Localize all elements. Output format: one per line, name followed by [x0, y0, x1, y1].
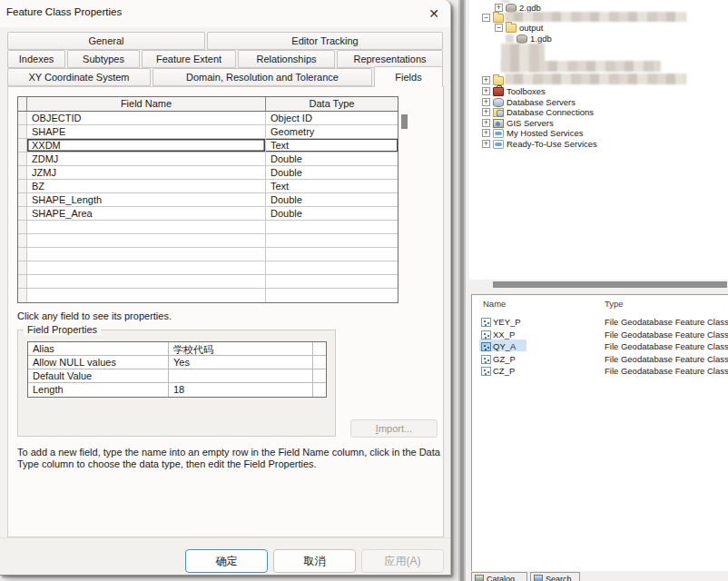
tree-item-1gdb[interactable]: 1.gdb	[506, 34, 552, 44]
property-value[interactable]: 18	[169, 383, 313, 397]
tree-item-toolboxes[interactable]: + Toolboxes	[482, 86, 546, 96]
cancel-button[interactable]: 取消	[273, 549, 356, 573]
tree-item-database-servers[interactable]: + Database Servers	[482, 97, 576, 107]
field-name-cell[interactable]: JZMJ	[27, 166, 266, 179]
field-row-empty[interactable]	[18, 275, 398, 289]
row-selector[interactable]	[18, 125, 27, 138]
geodatabase-icon	[516, 34, 527, 44]
field-name-cell[interactable]: OBJECTID	[27, 112, 266, 124]
field-row-shape-area[interactable]: SHAPE_Area Double	[18, 207, 398, 221]
tab-feature-extent[interactable]: Feature Extent	[142, 50, 236, 68]
list-item-qy-a[interactable]: QY_A File Geodatabase Feature Class	[472, 340, 728, 352]
row-selector[interactable]	[18, 166, 27, 179]
property-extra-cell	[313, 356, 326, 369]
tab-xy-coordinate-system[interactable]: XY Coordinate System	[7, 68, 151, 86]
tab-representations[interactable]: Representations	[337, 50, 443, 68]
field-row-bz[interactable]: BZ Text	[18, 180, 398, 193]
data-type-cell[interactable]: Object ID	[266, 112, 398, 124]
data-type-cell[interactable]: Geometry	[266, 125, 398, 138]
tab-catalog[interactable]: Catalog	[471, 572, 527, 581]
field-row-empty[interactable]	[18, 221, 398, 234]
tree-item-output[interactable]: − output	[495, 23, 543, 33]
tab-relationships[interactable]: Relationships	[238, 50, 335, 68]
panel-splitter[interactable]	[458, 0, 466, 581]
field-name-cell[interactable]: BZ	[27, 180, 266, 192]
tab-subtypes[interactable]: Subtypes	[67, 50, 140, 68]
field-row-empty[interactable]	[18, 289, 398, 302]
data-type-cell[interactable]: Double	[266, 193, 398, 206]
import-button[interactable]: Import...	[350, 419, 438, 438]
field-name-cell[interactable]: ZDMJ	[27, 153, 266, 165]
property-label: Default Value	[28, 369, 169, 382]
data-type-cell[interactable]: Double	[266, 166, 398, 179]
tree-item-ready-to-use-services[interactable]: + Ready-To-Use Services	[482, 139, 597, 149]
scrollbar-thumb[interactable]	[493, 281, 727, 288]
field-row-xxdm-selected[interactable]: XXDM Text	[18, 139, 398, 153]
field-row-shape[interactable]: SHAPE Geometry	[18, 125, 398, 139]
row-selector[interactable]	[18, 153, 27, 165]
property-row-default-value[interactable]: Default Value	[28, 369, 326, 383]
dialog-titlebar: Feature Class Properties ✕	[0, 0, 450, 27]
close-icon[interactable]: ✕	[423, 5, 445, 23]
row-selector[interactable]	[18, 207, 27, 220]
property-value[interactable]: 学校代码	[169, 342, 313, 355]
expand-plus-icon[interactable]: +	[482, 98, 490, 106]
column-header-name[interactable]: Name	[483, 299, 506, 309]
expand-plus-icon[interactable]: +	[482, 108, 490, 116]
field-name-cell[interactable]: SHAPE_Area	[27, 207, 266, 220]
row-selector[interactable]	[18, 112, 27, 124]
list-item-cz-p[interactable]: CZ_P File Geodatabase Feature Class	[472, 365, 728, 377]
row-selector[interactable]	[18, 180, 27, 192]
database-server-icon	[493, 98, 504, 107]
data-type-column-header[interactable]: Data Type	[266, 97, 398, 111]
table-scrollbar-thumb[interactable]	[401, 114, 408, 129]
tab-domain-resolution-tolerance[interactable]: Domain, Resolution and Tolerance	[152, 68, 372, 86]
ok-button[interactable]: 确定	[185, 549, 268, 573]
data-type-cell[interactable]: Double	[266, 207, 398, 220]
tab-search[interactable]: Search	[530, 572, 580, 581]
expand-plus-icon[interactable]: +	[482, 76, 490, 84]
property-row-allow-null[interactable]: Allow NULL values Yes	[28, 356, 326, 369]
row-selector[interactable]	[18, 193, 27, 206]
expand-plus-icon[interactable]: +	[482, 119, 490, 127]
tree-item-gis-servers[interactable]: + GIS Servers	[482, 118, 554, 128]
field-name-column-header[interactable]: Field Name	[27, 97, 266, 111]
tree-item-redacted-folder[interactable]: −	[482, 13, 507, 23]
expand-plus-icon[interactable]: +	[482, 140, 490, 148]
field-row-empty[interactable]	[18, 234, 398, 248]
list-item-yey-p[interactable]: YEY_P File Geodatabase Feature Class	[472, 316, 728, 328]
tab-indexes[interactable]: Indexes	[7, 50, 65, 68]
field-row-empty[interactable]	[18, 261, 398, 275]
expand-plus-icon[interactable]: +	[482, 129, 490, 137]
list-item-gz-p[interactable]: GZ_P File Geodatabase Feature Class	[472, 353, 728, 365]
tab-fields[interactable]: Fields	[374, 66, 443, 87]
property-value[interactable]	[169, 369, 313, 382]
column-header-type[interactable]: Type	[605, 299, 624, 309]
data-type-cell[interactable]: Text	[266, 139, 398, 152]
collapse-minus-icon[interactable]: −	[495, 24, 503, 32]
field-name-cell[interactable]: SHAPE_Length	[27, 193, 266, 206]
data-type-cell[interactable]: Double	[266, 153, 398, 165]
tab-editor-tracking[interactable]: Editor Tracking	[207, 32, 443, 50]
field-row-empty[interactable]	[18, 248, 398, 261]
tree-item-database-connections[interactable]: + Database Connections	[482, 107, 594, 117]
field-name-cell[interactable]: XXDM	[27, 139, 266, 152]
collapse-minus-icon[interactable]: −	[482, 14, 490, 22]
data-type-cell[interactable]: Text	[266, 180, 398, 192]
apply-button[interactable]: 应用(A)	[361, 549, 444, 573]
tree-item-my-hosted-services[interactable]: + My Hosted Services	[482, 128, 583, 138]
field-row-shape-length[interactable]: SHAPE_Length Double	[18, 193, 398, 207]
property-value[interactable]: Yes	[169, 356, 313, 369]
point-feature-class-icon	[481, 318, 491, 327]
field-row-jzmj[interactable]: JZMJ Double	[18, 166, 398, 180]
row-selector[interactable]	[18, 139, 27, 152]
tree-item-redacted[interactable]: +	[482, 75, 507, 85]
field-row-zdmj[interactable]: ZDMJ Double	[18, 153, 398, 166]
property-row-length[interactable]: Length 18	[28, 383, 326, 397]
tree-horizontal-scrollbar[interactable]	[471, 281, 728, 289]
field-name-cell[interactable]: SHAPE	[27, 125, 266, 138]
field-row-objectid[interactable]: OBJECTID Object ID	[18, 112, 398, 125]
expand-plus-icon[interactable]: +	[482, 87, 490, 95]
tab-general[interactable]: General	[7, 32, 205, 50]
property-row-alias[interactable]: Alias 学校代码	[28, 342, 326, 356]
